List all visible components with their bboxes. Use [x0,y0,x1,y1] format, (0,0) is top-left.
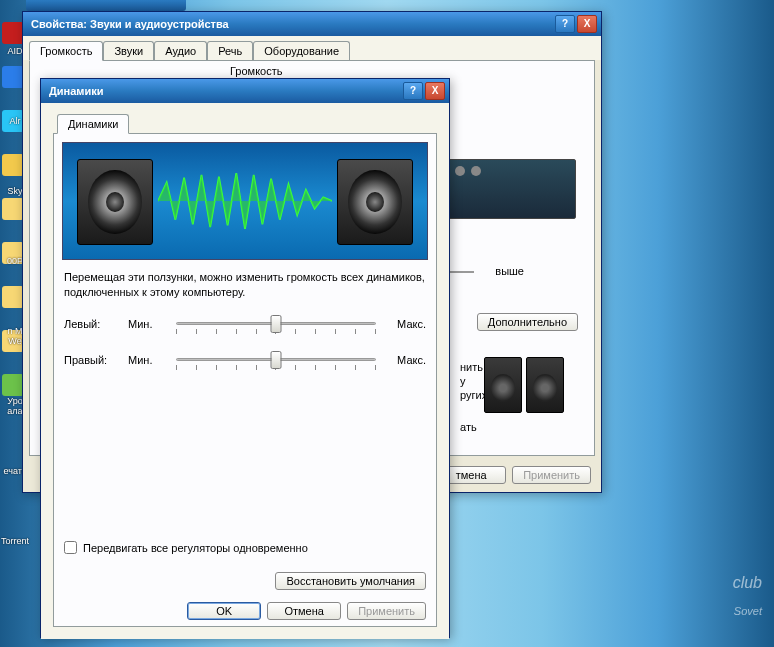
tab-sounds[interactable]: Звуки [103,41,154,61]
speakers-dialog: Динамики ? X Динамики Перемещая эти полз… [40,78,450,638]
obscured-text: ать [460,421,477,433]
help-button[interactable]: ? [555,15,575,33]
dialog-button-row: тмена Применить [436,466,591,484]
tab-hardware[interactable]: Оборудование [253,41,350,61]
advanced-button[interactable]: Дополнительно [477,313,578,331]
desktop-folder-icon[interactable] [2,198,24,220]
max-label: Макс. [382,318,426,330]
max-label: Макс. [382,354,426,366]
desktop-icon-label: Torrent [0,536,30,546]
move-all-label: Передвигать все регуляторы одновременно [83,542,308,554]
desktop-shortcut-icon[interactable] [2,22,24,44]
right-speaker-icon [337,159,413,245]
right-label: Правый: [64,354,128,366]
dialog-button-row: OK Отмена Применить [187,602,426,620]
left-slider-thumb[interactable] [271,315,282,333]
min-label: Мин. [128,354,170,366]
close-button[interactable]: X [577,15,597,33]
tab-speech[interactable]: Речь [207,41,253,61]
section-header: Громкость [230,65,282,77]
left-slider[interactable] [176,312,376,336]
titlebar[interactable]: Свойства: Звуки и аудиоустройства ? X [23,12,601,36]
restore-defaults-button[interactable]: Восстановить умолчания [275,572,426,590]
watermark-small: club [733,577,762,590]
move-all-checkbox[interactable] [64,541,77,554]
speaker-visual [62,142,428,260]
obscured-text: у [460,375,466,387]
left-channel-row: Левый: Мин. Макс. [64,312,426,336]
volume-high-label: выше [495,265,524,277]
tab-speakers[interactable]: Динамики [57,114,129,134]
tab-panel: Перемещая эти ползунки, можно изменить г… [53,133,437,627]
desktop-shortcut-icon[interactable] [2,154,24,176]
apply-button[interactable]: Применить [347,602,426,620]
min-label: Мин. [128,318,170,330]
window-title: Динамики [45,85,401,97]
tab-volume[interactable]: Громкость [29,41,103,61]
move-all-row: Передвигать все регуляторы одновременно [64,541,308,554]
obscured-text: нить [460,361,483,373]
apply-button[interactable]: Применить [512,466,591,484]
window-title: Свойства: Звуки и аудиоустройства [27,18,553,30]
ok-button[interactable]: OK [187,602,261,620]
watermark: club Sovet [733,577,762,617]
help-button[interactable]: ? [403,82,423,100]
speaker-icon [526,357,564,413]
speaker-icon [484,357,522,413]
desktop-shortcut-icon[interactable] [2,66,24,88]
sound-wave-icon [158,173,332,229]
right-slider-thumb[interactable] [271,351,282,369]
left-speaker-icon [77,159,153,245]
right-slider[interactable] [176,348,376,372]
audio-device-image [446,159,576,219]
left-label: Левый: [64,318,128,330]
close-button[interactable]: X [425,82,445,100]
dialog-body: Динамики Перемещая эти ползунки, можно и… [41,103,449,639]
watermark-big: Sovet [734,605,762,617]
description-text: Перемещая эти ползунки, можно изменить г… [64,270,426,300]
speakers-image [484,357,564,413]
right-channel-row: Правый: Мин. Макс. [64,348,426,372]
desktop-utorrent-icon[interactable] [2,374,24,396]
tab-strip: Громкость Звуки Аудио Речь Оборудование [23,36,601,60]
titlebar[interactable]: Динамики ? X [41,79,449,103]
tab-audio[interactable]: Аудио [154,41,207,61]
cancel-button[interactable]: Отмена [267,602,341,620]
desktop-folder-icon[interactable] [2,286,24,308]
truncated-window-bar [26,0,186,11]
